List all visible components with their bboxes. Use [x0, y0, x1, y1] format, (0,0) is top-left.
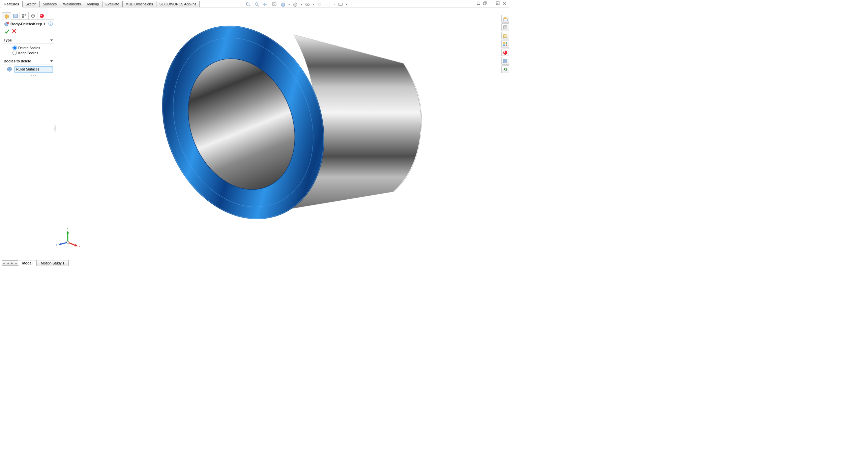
taskpane — [501, 15, 509, 73]
view-orient-icon[interactable] — [280, 1, 287, 8]
triad-x-label: X — [79, 245, 81, 248]
radio-keep-bodies[interactable]: Keep Bodies — [12, 51, 52, 55]
svg-point-6 — [307, 4, 308, 5]
radio-delete-input[interactable] — [12, 46, 17, 50]
svg-text:?: ? — [50, 22, 52, 25]
fm-tab-property-mgr[interactable] — [11, 12, 20, 20]
svg-rect-11 — [477, 2, 480, 5]
radio-keep-input[interactable] — [12, 51, 17, 55]
ribbon-tab-sketch[interactable]: Sketch — [22, 1, 40, 7]
ribbon-tab-mbd[interactable]: MBD Dimensions — [122, 1, 156, 7]
list-resize-handle-icon[interactable] — [14, 73, 53, 77]
pm-help-icon[interactable]: ? — [48, 21, 53, 27]
svg-point-33 — [35, 75, 36, 76]
taskpane-props-icon[interactable] — [501, 57, 509, 65]
hide-show-icon[interactable] — [304, 1, 311, 8]
viewport[interactable]: Y X Z — [56, 7, 501, 259]
bodies-list-item[interactable]: Ruled Surface1 — [16, 67, 51, 71]
pm-section-type[interactable]: Type — [2, 37, 54, 44]
svg-point-26 — [40, 15, 42, 16]
section-view-icon[interactable] — [271, 1, 278, 8]
chevron-up-icon — [50, 60, 53, 62]
scene-icon[interactable] — [325, 1, 332, 8]
svg-line-3 — [258, 5, 259, 6]
close-icon[interactable]: ✕ — [502, 1, 507, 6]
svg-rect-52 — [506, 45, 507, 46]
chevron-up-icon — [50, 39, 53, 41]
ribbon-tab-addins[interactable]: SOLIDWORKS Add-Ins — [156, 1, 200, 7]
radio-delete-bodies[interactable]: Delete Bodies — [12, 46, 52, 50]
ribbon-tab-surfaces[interactable]: Surfaces — [39, 1, 60, 7]
zoom-fit-icon[interactable] — [245, 1, 251, 8]
pm-confirm-row — [2, 28, 54, 37]
fm-tab-feature-tree[interactable] — [2, 12, 11, 20]
feature-manager-panel: Body-Delete/Keep 1 ? Type Delete Bodies … — [2, 8, 54, 259]
svg-rect-47 — [504, 26, 507, 29]
pm-section-bodies[interactable]: Bodies to delete — [2, 58, 54, 64]
svg-rect-10 — [340, 5, 341, 6]
taskpane-reload-icon[interactable] — [501, 65, 509, 73]
taskpane-palette-icon[interactable] — [501, 40, 509, 48]
svg-rect-9 — [338, 3, 342, 5]
restore-icon[interactable] — [476, 1, 481, 6]
model-3d: Y X Z — [56, 7, 501, 259]
pm-cancel-icon[interactable] — [12, 29, 17, 35]
svg-marker-41 — [66, 231, 69, 233]
svg-marker-45 — [58, 243, 61, 245]
pm-body-bodies: Ruled Surface1 — [2, 64, 54, 79]
svg-point-54 — [504, 51, 505, 53]
fm-tab-dimx[interactable] — [29, 12, 37, 20]
taskpane-resources-icon[interactable] — [501, 23, 509, 31]
taskpane-appearance-icon[interactable] — [501, 49, 509, 56]
pm-header: Body-Delete/Keep 1 ? — [2, 20, 54, 28]
svg-rect-46 — [67, 241, 69, 243]
display-style-icon[interactable] — [292, 1, 299, 8]
ribbon-tab-markup[interactable]: Markup — [84, 1, 102, 7]
svg-rect-55 — [504, 59, 507, 63]
svg-point-8 — [327, 3, 330, 6]
svg-point-2 — [255, 3, 258, 5]
bottom-tab-motion[interactable]: Motion Study 1 — [36, 260, 69, 266]
body-delete-icon — [4, 21, 9, 27]
pm-section-bodies-label: Bodies to delete — [4, 59, 31, 63]
svg-rect-51 — [503, 45, 505, 46]
svg-point-7 — [318, 3, 321, 6]
ribbon-tab-evaluate[interactable]: Evaluate — [102, 1, 123, 7]
ribbon-tab-weldments[interactable]: Weldments — [60, 1, 84, 7]
svg-rect-50 — [506, 42, 507, 44]
window-controls: — ✕ — [476, 1, 507, 6]
svg-rect-20 — [25, 14, 26, 16]
triad-z-label: Z — [56, 243, 57, 246]
panel-split-handle-icon[interactable] — [29, 16, 32, 18]
taskpane-open-icon[interactable] — [501, 32, 509, 39]
svg-point-0 — [246, 3, 249, 5]
prev-view-icon[interactable] — [262, 1, 269, 8]
radio-delete-label: Delete Bodies — [18, 46, 40, 50]
fm-tab-config[interactable] — [20, 12, 29, 20]
svg-rect-21 — [22, 16, 24, 18]
max-icon[interactable] — [482, 1, 488, 6]
svg-line-1 — [249, 5, 250, 6]
ribbon-tabs: Features Sketch Surfaces Weldments Marku… — [1, 1, 199, 7]
bottom-border — [0, 260, 509, 260]
pm-ok-icon[interactable] — [4, 29, 10, 35]
svg-rect-13 — [483, 2, 486, 5]
zoom-area-icon[interactable] — [253, 1, 260, 8]
appearances-icon[interactable] — [316, 1, 323, 8]
fm-tab-display[interactable] — [37, 12, 46, 20]
minimize-icon[interactable]: — — [489, 1, 494, 6]
svg-rect-19 — [22, 14, 24, 16]
svg-rect-15 — [496, 3, 498, 5]
taskpane-home-icon[interactable] — [501, 15, 509, 23]
ribbon-tab-features[interactable]: Features — [1, 1, 23, 7]
hud-toolbar: ▾ ▾ ▾ ▾ ▾ — [245, 1, 347, 8]
svg-line-42 — [68, 242, 76, 246]
bodies-list-box[interactable]: Ruled Surface1 — [14, 66, 53, 73]
bottom-tabs: ⏮ ◀ ▶ ⏭ Model Motion Study 1 — [2, 260, 68, 266]
svg-point-31 — [31, 75, 32, 76]
svg-rect-49 — [503, 42, 505, 44]
render-tools-icon[interactable] — [337, 1, 344, 8]
bottom-tab-model[interactable]: Model — [18, 260, 37, 266]
radio-keep-label: Keep Bodies — [18, 51, 38, 55]
dock-icon[interactable] — [495, 1, 501, 6]
